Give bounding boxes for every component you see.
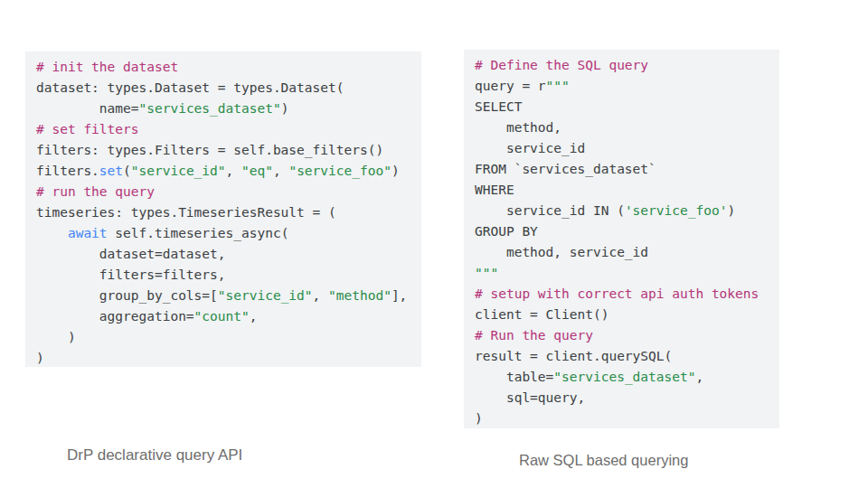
code-line: method, service_id: [475, 242, 769, 263]
code-line: result = client.querySQL(: [475, 346, 769, 367]
code-line: # init the dataset: [36, 57, 410, 78]
slide-canvas: " # init the datasetdataset: types.Datas…: [0, 0, 868, 488]
code-line: filters=filters,: [36, 265, 410, 286]
code-line: ): [36, 327, 410, 348]
code-line: """: [475, 263, 769, 284]
code-line: # setup with correct api auth tokens: [475, 284, 769, 305]
code-line: dataset: types.Dataset = types.Dataset(: [36, 78, 410, 99]
code-line: WHERE: [475, 180, 769, 201]
code-line: timeseries: types.TimeseriesResult = (: [36, 202, 410, 223]
code-line: dataset=dataset,: [36, 244, 410, 265]
code-line: ): [475, 408, 769, 429]
code-line: service_id IN ('service_foo'): [475, 201, 769, 221]
code-line: service_id: [475, 138, 769, 159]
code-line: query = r""": [475, 76, 769, 97]
code-line: aggregation="count",: [36, 306, 410, 327]
code-line: name="services_dataset"): [36, 99, 410, 119]
code-line: # Run the query: [475, 325, 769, 346]
code-line: ): [36, 348, 410, 369]
code-line: group_by_cols=["service_id", "method"],: [36, 286, 410, 306]
code-line: FROM `services_dataset`: [475, 159, 769, 180]
code-line: method,: [475, 117, 769, 138]
code-block-declarative-api: # init the datasetdataset: types.Dataset…: [25, 52, 421, 367]
code-line: # set filters: [36, 119, 410, 140]
code-line: filters: types.Filters = self.base_filte…: [36, 140, 410, 161]
caption-declarative-api: DrP declarative query API: [67, 446, 242, 465]
code-block-raw-sql: # Define the SQL queryquery = r"""SELECT…: [464, 50, 779, 428]
code-line: # Define the SQL query: [475, 55, 769, 76]
code-line: await self.timeseries_async(: [36, 223, 410, 244]
clipped-text-artifact: ": [470, 45, 477, 48]
code-line: sql=query,: [475, 388, 769, 408]
code-line: GROUP BY: [475, 221, 769, 242]
caption-raw-sql: Raw SQL based querying: [519, 452, 688, 469]
code-line: filters.set("service_id", "eq", "service…: [36, 161, 410, 182]
code-line: # run the query: [36, 182, 410, 202]
code-line: client = Client(): [475, 305, 769, 325]
code-line: table="services_dataset",: [475, 367, 769, 388]
code-line: SELECT: [475, 97, 769, 117]
